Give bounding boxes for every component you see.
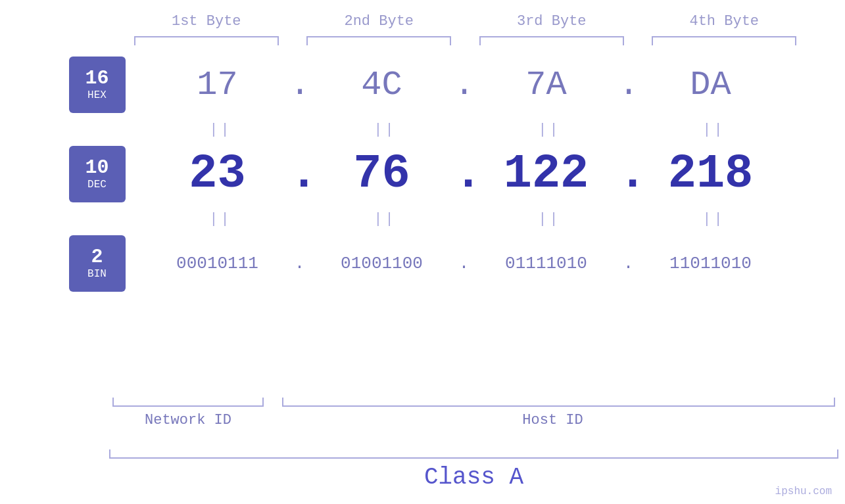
bin-badge-number: 2 — [91, 247, 103, 267]
byte4-top-bracket — [652, 36, 796, 45]
dec-dot1: . — [290, 147, 310, 201]
bin-dot1: . — [290, 254, 310, 273]
class-section: Class A — [109, 449, 838, 491]
equals-row-1: || || || || — [39, 118, 806, 141]
eq2-b1: || — [149, 211, 293, 227]
dec-byte3: 122 — [474, 147, 619, 201]
class-label: Class A — [424, 464, 523, 491]
bin-byte2: 01001100 — [310, 254, 454, 273]
eq1-b3: || — [477, 122, 622, 138]
hex-badge-number: 16 — [85, 68, 109, 88]
bin-byte3: 01111010 — [474, 254, 619, 273]
dec-dot2: . — [454, 147, 474, 201]
byte3-header: 3rd Byte — [473, 13, 631, 30]
dec-dot3: . — [619, 147, 639, 201]
hex-byte2: 4C — [310, 66, 454, 104]
dec-byte1: 23 — [145, 147, 290, 201]
eq2-b2: || — [313, 211, 458, 227]
byte2-header: 2nd Byte — [300, 13, 458, 30]
dec-badge-number: 10 — [85, 158, 109, 177]
hex-dot3: . — [619, 66, 639, 104]
equals-row-2: || || || || — [39, 207, 806, 231]
byte1-top-bracket — [134, 36, 279, 45]
byte2-top-bracket — [306, 36, 451, 45]
dec-badge: 10 DEC — [69, 146, 126, 202]
hex-dot2: . — [454, 66, 474, 104]
hex-dot1: . — [290, 66, 310, 104]
host-id-bracket — [282, 398, 835, 407]
eq1-b4: || — [642, 122, 786, 138]
dec-row: 10 DEC 23 . 76 . 122 . 218 — [43, 141, 803, 207]
bin-dot3: . — [619, 254, 639, 273]
bin-byte4: 11011010 — [639, 254, 783, 273]
bin-byte1: 00010111 — [145, 254, 290, 273]
dec-byte4: 218 — [639, 147, 783, 201]
eq2-b3: || — [477, 211, 622, 227]
byte4-header: 4th Byte — [645, 13, 803, 30]
class-bracket — [109, 449, 838, 459]
hex-badge: 16 HEX — [69, 57, 126, 113]
byte1-header: 1st Byte — [128, 13, 285, 30]
watermark: ipshu.com — [775, 486, 832, 497]
eq2-b4: || — [642, 211, 786, 227]
hex-byte3: 7A — [474, 66, 619, 104]
dec-byte2: 76 — [310, 147, 454, 201]
hex-badge-text: HEX — [87, 89, 107, 101]
host-id-label: Host ID — [267, 412, 838, 428]
byte3-top-bracket — [479, 36, 624, 45]
bin-dot2: . — [454, 254, 474, 273]
eq1-b2: || — [313, 122, 458, 138]
network-id-bracket — [112, 398, 264, 407]
hex-byte1: 17 — [145, 66, 290, 104]
network-id-label: Network ID — [109, 412, 267, 428]
hex-row: 16 HEX 17 . 4C . 7A . DA — [43, 52, 803, 118]
bin-badge-text: BIN — [87, 268, 107, 280]
eq1-b1: || — [149, 122, 293, 138]
dec-badge-text: DEC — [87, 179, 107, 191]
bin-row: 2 BIN 00010111 . 01001100 . 01111010 . 1… — [43, 231, 803, 296]
hex-byte4: DA — [639, 66, 783, 104]
bin-badge: 2 BIN — [69, 235, 126, 292]
